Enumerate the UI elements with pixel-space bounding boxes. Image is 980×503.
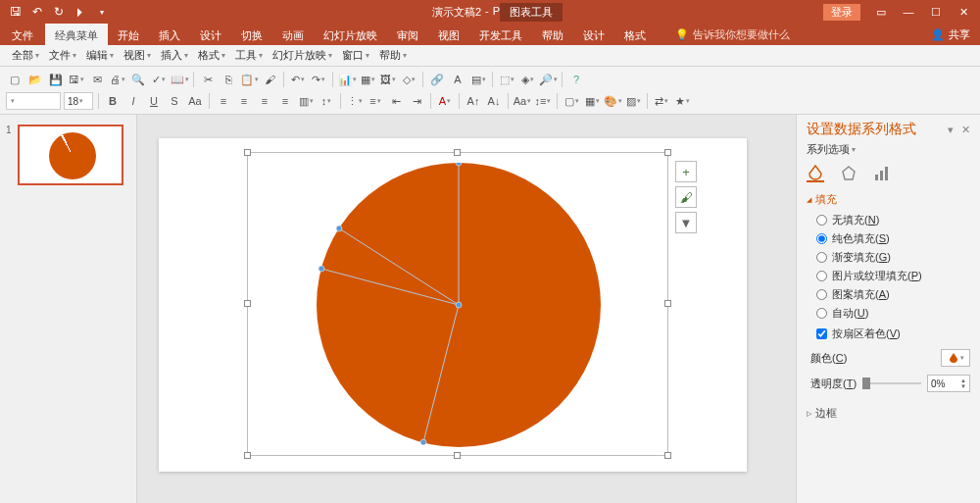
resize-handle[interactable] <box>454 452 461 459</box>
redo-icon[interactable]: ↷ <box>310 71 327 88</box>
resize-handle[interactable] <box>244 149 251 156</box>
tab-view[interactable]: 视图 <box>428 24 469 45</box>
strikethrough-icon[interactable]: S <box>166 92 183 110</box>
tab-animations[interactable]: 动画 <box>272 24 314 45</box>
resize-handle[interactable] <box>244 452 251 459</box>
series-options-dropdown[interactable]: 系列选项 <box>807 142 970 157</box>
chart-filters-button[interactable]: ▼ <box>675 212 697 233</box>
mail-icon[interactable]: ✉ <box>88 71 106 88</box>
tab-home[interactable]: 开始 <box>108 24 149 45</box>
format-painter-icon[interactable]: 🖌 <box>261 71 278 88</box>
start-from-beginning-icon[interactable]: ⏵ <box>71 2 90 22</box>
layout-icon[interactable]: ▦ <box>583 92 601 110</box>
print-icon[interactable]: 🖨 <box>109 71 126 88</box>
transparency-spinner[interactable]: 0% ▲▼ <box>927 375 970 392</box>
font-color-icon[interactable]: A <box>436 92 454 110</box>
share-button[interactable]: 👤 共享 <box>931 24 980 45</box>
menu-help[interactable]: 帮助 <box>375 46 411 65</box>
pie-chart[interactable] <box>317 163 601 447</box>
tab-file[interactable]: 文件 <box>0 24 45 45</box>
radio-pattern-fill[interactable]: 图案填充(A) <box>816 287 970 302</box>
radio-gradient-fill[interactable]: 渐变填充(G) <box>816 250 970 265</box>
radio-picture-fill[interactable]: 图片或纹理填充(P) <box>816 269 970 283</box>
resize-handle[interactable] <box>664 300 671 307</box>
columns-icon[interactable]: ▥ <box>297 92 315 110</box>
tab-developer[interactable]: 开发工具 <box>469 24 532 45</box>
ribbon-display-icon[interactable]: ▭ <box>868 2 894 22</box>
picture-icon[interactable]: 🖼 <box>379 71 397 88</box>
shadow-icon[interactable]: Aa <box>186 92 204 110</box>
bullets-icon[interactable]: ⋮ <box>346 92 364 110</box>
fill-color-picker[interactable]: ▾ <box>941 349 970 367</box>
underline-icon[interactable]: U <box>145 92 163 110</box>
series-options-tab-icon[interactable] <box>873 165 891 182</box>
resize-handle[interactable] <box>244 300 251 307</box>
radio-no-fill[interactable]: 无填充(N) <box>816 213 970 227</box>
quick-styles-icon[interactable]: ◈ <box>518 71 536 88</box>
textbox-icon[interactable]: A <box>449 71 466 88</box>
chart-styles-button[interactable]: 🖌 <box>675 186 697 208</box>
find-icon[interactable]: 🔎 <box>539 71 557 88</box>
font-size-combo[interactable]: 18 <box>64 92 93 110</box>
login-button[interactable]: 登录 <box>823 4 860 21</box>
hyperlink-icon[interactable]: 🔗 <box>428 71 446 88</box>
cut-icon[interactable]: ✂ <box>199 71 217 88</box>
align-left-icon[interactable]: ≡ <box>215 92 232 110</box>
font-name-combo[interactable] <box>6 92 61 110</box>
increase-indent-icon[interactable]: ⇥ <box>408 92 425 110</box>
check-vary-colors[interactable]: 按扇区着色(V) <box>816 327 970 341</box>
save-icon[interactable]: 💾 <box>47 71 65 88</box>
text-direction-icon[interactable]: ↕ <box>318 92 335 110</box>
resize-handle[interactable] <box>454 149 461 156</box>
pane-options-icon[interactable]: ▾ <box>948 124 954 136</box>
redo-icon[interactable]: ↻ <box>49 2 69 22</box>
open-icon[interactable]: 📂 <box>26 71 44 88</box>
radio-solid-fill[interactable]: 纯色填充(S) <box>816 231 970 246</box>
menu-format[interactable]: 格式 <box>194 46 229 65</box>
save-as-icon[interactable]: 🖫 <box>68 71 85 88</box>
align-center-icon[interactable]: ≡ <box>235 92 253 110</box>
tab-chart-design[interactable]: 设计 <box>573 24 614 45</box>
menu-insert[interactable]: 插入 <box>157 46 192 65</box>
line-spacing-icon[interactable]: ↕≡ <box>534 92 552 110</box>
new-icon[interactable]: ▢ <box>6 71 24 88</box>
slide-canvas[interactable]: + 🖌 ▼ <box>137 115 796 503</box>
save-icon[interactable]: 🖫 <box>6 2 25 22</box>
tab-insert[interactable]: 插入 <box>149 24 190 45</box>
arrange-icon[interactable]: ⬚ <box>498 71 515 88</box>
tab-chart-format[interactable]: 格式 <box>614 24 656 45</box>
tab-design[interactable]: 设计 <box>190 24 231 45</box>
justify-icon[interactable]: ≡ <box>276 92 294 110</box>
menu-file[interactable]: 文件 <box>45 46 80 65</box>
animation-icon[interactable]: ★ <box>673 92 691 110</box>
qat-customize-icon[interactable]: ▾ <box>92 2 112 22</box>
tab-slideshow[interactable]: 幻灯片放映 <box>314 24 387 45</box>
help-icon[interactable]: ? <box>567 71 585 88</box>
research-icon[interactable]: 📖 <box>171 71 188 88</box>
spelling-icon[interactable]: ✓ <box>150 71 168 88</box>
menu-tools[interactable]: 工具 <box>231 46 267 65</box>
chart-selection-frame[interactable]: + 🖌 ▼ <box>247 152 668 456</box>
radio-automatic[interactable]: 自动(U) <box>816 306 970 321</box>
shrink-font-icon[interactable]: A↓ <box>485 92 503 110</box>
menu-all[interactable]: 全部 <box>8 46 43 65</box>
slide[interactable]: + 🖌 ▼ <box>159 138 747 472</box>
tab-review[interactable]: 审阅 <box>387 24 428 45</box>
transparency-slider[interactable] <box>862 382 921 384</box>
slide-thumbnail-1[interactable] <box>18 125 123 185</box>
border-section-header[interactable]: 边框 <box>807 406 970 421</box>
tab-transitions[interactable]: 切换 <box>231 24 272 45</box>
decrease-indent-icon[interactable]: ⇤ <box>387 92 405 110</box>
chart-elements-button[interactable]: + <box>675 161 697 182</box>
menu-view[interactable]: 视图 <box>120 46 155 65</box>
table-icon[interactable]: ▦ <box>359 71 376 88</box>
minimize-icon[interactable]: — <box>896 2 921 22</box>
numbering-icon[interactable]: ≡ <box>367 92 384 110</box>
grow-font-icon[interactable]: A↑ <box>465 92 482 110</box>
background-icon[interactable]: ▨ <box>624 92 642 110</box>
change-case-icon[interactable]: Aa <box>514 92 531 110</box>
shapes-icon[interactable]: ◇ <box>400 71 417 88</box>
print-preview-icon[interactable]: 🔍 <box>129 71 147 88</box>
bold-icon[interactable]: B <box>104 92 122 110</box>
chart-icon[interactable]: 📊 <box>338 71 356 88</box>
